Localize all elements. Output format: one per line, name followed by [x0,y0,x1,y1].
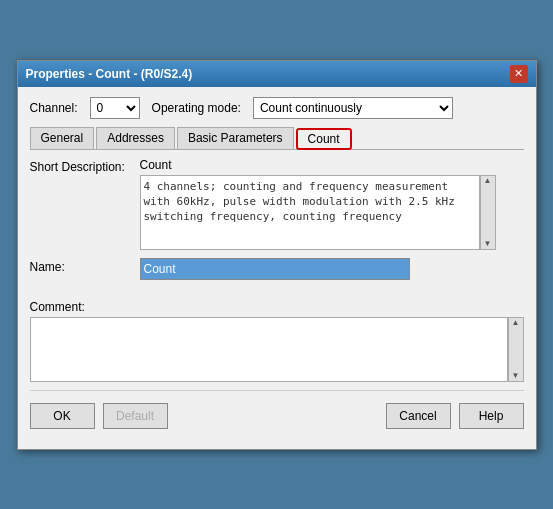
short-desc-textarea[interactable] [140,175,480,250]
default-button[interactable]: Default [103,403,168,429]
name-row: Name: [30,258,524,280]
separator [30,390,524,391]
name-input[interactable] [140,258,410,280]
comment-scroll-up-arrow[interactable]: ▲ [512,319,520,327]
channel-label: Channel: [30,101,78,115]
desc-scrollbar: ▲ ▼ [480,175,496,250]
op-mode-select[interactable]: Count continuously Count once Frequency [253,97,453,119]
tab-bar: General Addresses Basic Parameters Count [30,127,524,150]
tab-general[interactable]: General [30,127,95,149]
comment-label: Comment: [30,300,524,314]
comment-scrollbar: ▲ ▼ [508,317,524,382]
scroll-up-arrow[interactable]: ▲ [484,177,492,185]
desc-textarea-wrapper: ▲ ▼ [140,175,496,250]
button-row: OK Default Cancel Help [30,403,524,439]
short-desc-block: Count ▲ ▼ [140,158,496,250]
title-bar: Properties - Count - (R0/S2.4) ✕ [18,61,536,87]
tab-basic-parameters[interactable]: Basic Parameters [177,127,294,149]
top-row: Channel: 0 1 2 3 Operating mode: Count c… [30,97,524,119]
tab-count[interactable]: Count [296,128,352,150]
short-desc-label: Short Description: [30,158,140,174]
comment-textarea-wrapper: ▲ ▼ [30,317,524,382]
scroll-down-arrow[interactable]: ▼ [484,240,492,248]
help-button[interactable]: Help [459,403,524,429]
properties-window: Properties - Count - (R0/S2.4) ✕ Channel… [17,60,537,450]
window-content: Channel: 0 1 2 3 Operating mode: Count c… [18,87,536,449]
tab-addresses[interactable]: Addresses [96,127,175,149]
form-section: Short Description: Count ▲ ▼ Name: Co [30,158,524,382]
short-desc-row: Short Description: Count ▲ ▼ [30,158,524,250]
cancel-button[interactable]: Cancel [386,403,451,429]
close-button[interactable]: ✕ [510,65,528,83]
op-mode-label: Operating mode: [152,101,241,115]
comment-textarea[interactable] [30,317,508,382]
channel-select[interactable]: 0 1 2 3 [90,97,140,119]
window-title: Properties - Count - (R0/S2.4) [26,67,193,81]
right-buttons: Cancel Help [386,403,524,429]
ok-button[interactable]: OK [30,403,95,429]
name-label: Name: [30,258,140,274]
short-desc-static: Count [140,158,496,172]
comment-scroll-down-arrow[interactable]: ▼ [512,372,520,380]
